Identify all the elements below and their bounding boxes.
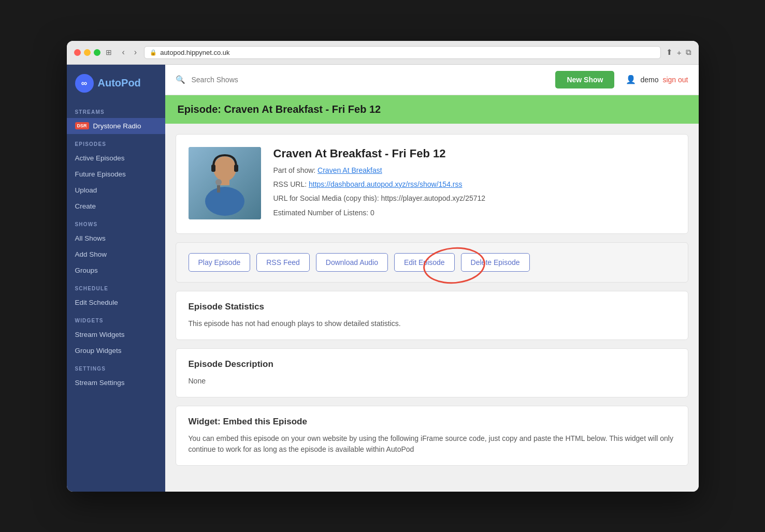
- sidebar-item-create[interactable]: Create: [67, 198, 165, 214]
- social-media-url: https://player.autopod.xyz/25712: [381, 194, 486, 202]
- description-body: None: [189, 376, 675, 387]
- new-show-button[interactable]: New Show: [555, 71, 614, 88]
- svg-point-1: [213, 156, 236, 181]
- groups-label: Groups: [75, 267, 98, 274]
- episode-statistics-card: Episode Statistics This episode has not …: [176, 291, 688, 340]
- svg-point-6: [215, 179, 222, 185]
- upload-label: Upload: [75, 186, 97, 194]
- user-name: demo: [640, 76, 658, 84]
- traffic-lights: [74, 49, 100, 56]
- part-of-show-label: Part of show:: [273, 166, 316, 174]
- rss-label: RSS URL:: [273, 180, 307, 188]
- top-bar: 🔍 New Show 👤 demo sign out: [165, 65, 699, 95]
- browser-actions: ⬆ + ⧉: [666, 48, 691, 57]
- delete-episode-button[interactable]: Delete Episode: [461, 253, 530, 272]
- url-text: autopod.hippynet.co.uk: [160, 49, 229, 56]
- browser-window: ⊞ ‹ › 🔒 autopod.hippynet.co.uk ⬆ + ⧉ ∞ A…: [67, 41, 699, 492]
- maximize-button[interactable]: [94, 49, 100, 56]
- listens-label: Estimated Number of Listens:: [273, 209, 369, 217]
- search-input[interactable]: [192, 76, 550, 84]
- sidebar-item-all-shows[interactable]: All Shows: [67, 230, 165, 246]
- app-layout: ∞ AutoPod STREAMS DSR Drystone Radio EPI…: [67, 65, 699, 492]
- sidebar-item-group-widgets[interactable]: Group Widgets: [67, 343, 165, 359]
- schedule-section-label: SCHEDULE: [67, 278, 165, 294]
- episode-description-card: Episode Description None: [176, 348, 688, 397]
- user-icon: 👤: [626, 75, 636, 84]
- logo-text: AutoPod: [98, 77, 141, 89]
- episode-show-meta: Part of show: Craven At Breakfast: [273, 165, 675, 176]
- security-icon: 🔒: [150, 49, 157, 56]
- shows-section-label: SHOWS: [67, 214, 165, 230]
- sidebar-item-add-show[interactable]: Add Show: [67, 246, 165, 262]
- edit-episode-button[interactable]: Edit Episode: [394, 253, 455, 272]
- widget-title: Widget: Embed this Episode: [189, 417, 675, 427]
- user-section: 👤 demo sign out: [626, 75, 688, 84]
- stream-settings-label: Stream Settings: [75, 379, 125, 387]
- share-button[interactable]: ⬆: [666, 48, 673, 57]
- sidebar-item-stream-settings[interactable]: Stream Settings: [67, 375, 165, 391]
- search-icon: 🔍: [176, 75, 185, 84]
- episode-image: [189, 147, 261, 219]
- stream-name: Drystone Radio: [93, 122, 141, 130]
- episode-thumbnail: [189, 147, 261, 219]
- episode-title: Craven At Breakfast - Fri Feb 12: [273, 147, 675, 160]
- sidebar-item-groups[interactable]: Groups: [67, 262, 165, 278]
- episode-info-card: Craven At Breakfast - Fri Feb 12 Part of…: [176, 134, 688, 234]
- widgets-section-label: WIDGETS: [67, 311, 165, 327]
- svg-rect-5: [234, 165, 238, 172]
- sidebar-item-edit-schedule[interactable]: Edit Schedule: [67, 294, 165, 311]
- sidebar-item-future-episodes[interactable]: Future Episodes: [67, 166, 165, 182]
- tab-overview-button[interactable]: ⧉: [686, 48, 691, 57]
- episodes-section-label: EPISODES: [67, 134, 165, 150]
- widget-body: You can embed this episode on your own w…: [189, 433, 675, 455]
- description-title: Episode Description: [189, 359, 675, 370]
- address-bar[interactable]: 🔒 autopod.hippynet.co.uk: [144, 46, 661, 59]
- logo-icon: ∞: [75, 74, 94, 93]
- page-title: Episode: Craven At Breakfast - Fri Feb 1…: [178, 104, 686, 115]
- minimize-button[interactable]: [84, 49, 91, 56]
- sidebar-item-stream-widgets[interactable]: Stream Widgets: [67, 327, 165, 343]
- show-link[interactable]: Craven At Breakfast: [317, 166, 382, 174]
- statistics-title: Episode Statistics: [189, 302, 675, 312]
- future-episodes-label: Future Episodes: [75, 170, 126, 178]
- forward-button[interactable]: ›: [132, 47, 139, 58]
- rss-feed-button[interactable]: RSS Feed: [256, 253, 310, 272]
- episode-listens-meta: Estimated Number of Listens: 0: [273, 207, 675, 218]
- stream-badge: DSR: [75, 122, 89, 129]
- svg-point-3: [205, 187, 244, 216]
- active-episodes-label: Active Episodes: [75, 154, 125, 162]
- download-audio-button[interactable]: Download Audio: [316, 253, 388, 272]
- sidebar-toggle-button[interactable]: ⊞: [106, 48, 112, 56]
- svg-rect-4: [211, 165, 215, 172]
- edit-schedule-label: Edit Schedule: [75, 299, 118, 306]
- episode-details: Craven At Breakfast - Fri Feb 12 Part of…: [273, 147, 675, 221]
- new-tab-button[interactable]: +: [677, 48, 682, 57]
- sidebar: ∞ AutoPod STREAMS DSR Drystone Radio EPI…: [67, 65, 165, 492]
- social-media-label: URL for Social Media (copy this):: [273, 194, 379, 202]
- content-area: Craven At Breakfast - Fri Feb 12 Part of…: [165, 124, 699, 477]
- play-episode-button[interactable]: Play Episode: [189, 253, 251, 272]
- add-show-label: Add Show: [75, 250, 107, 258]
- create-label: Create: [75, 202, 96, 210]
- sidebar-item-upload[interactable]: Upload: [67, 182, 165, 198]
- group-widgets-label: Group Widgets: [75, 347, 122, 354]
- episode-social-meta: URL for Social Media (copy this): https:…: [273, 193, 675, 204]
- stream-widgets-label: Stream Widgets: [75, 331, 125, 338]
- sign-out-link[interactable]: sign out: [662, 76, 688, 84]
- widget-embed-card: Widget: Embed this Episode You can embed…: [176, 406, 688, 466]
- episode-rss-meta: RSS URL: https://dashboard.autopod.xyz/r…: [273, 179, 675, 190]
- main-content: 🔍 New Show 👤 demo sign out Episode: Crav…: [165, 65, 699, 492]
- svg-rect-7: [217, 185, 220, 193]
- listens-count: 0: [370, 209, 374, 217]
- close-button[interactable]: [74, 49, 81, 56]
- streams-section-label: STREAMS: [67, 102, 165, 118]
- browser-chrome: ⊞ ‹ › 🔒 autopod.hippynet.co.uk ⬆ + ⧉: [67, 41, 699, 65]
- action-buttons-container: Play Episode RSS Feed Download Audio Edi…: [176, 242, 688, 283]
- settings-section-label: SETTINGS: [67, 359, 165, 375]
- back-button[interactable]: ‹: [120, 47, 127, 58]
- logo: ∞ AutoPod: [67, 65, 165, 102]
- sidebar-item-active-episodes[interactable]: Active Episodes: [67, 150, 165, 166]
- statistics-body: This episode has not had enough plays to…: [189, 318, 675, 329]
- rss-url-link[interactable]: https://dashboard.autopod.xyz/rss/show/1…: [309, 180, 463, 188]
- sidebar-item-drystone-radio[interactable]: DSR Drystone Radio: [67, 118, 165, 134]
